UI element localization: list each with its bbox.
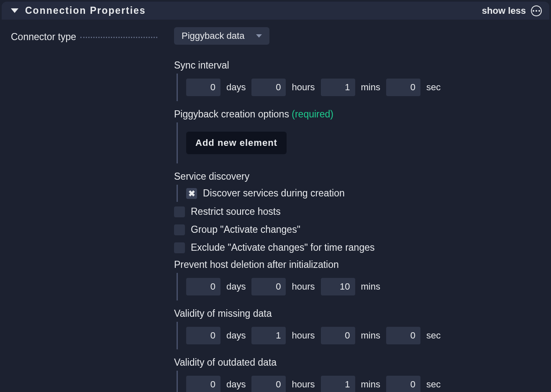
panel-header: Connection Properties show less [2,2,549,20]
sync-days-input[interactable] [186,79,220,96]
add-new-element-button[interactable]: Add new element [186,132,287,154]
connector-type-label: Connector type [11,31,76,43]
group-activate-label: Group "Activate changes" [191,224,300,235]
validity-outdated-label: Validity of outdated data [174,357,540,368]
sync-interval-label: Sync interval [174,60,540,71]
discover-label: Discover services during creation [203,188,345,199]
dots-filler [80,37,157,38]
unit-hours: hours [292,82,315,93]
restrict-source-hosts-checkbox[interactable] [174,206,185,217]
more-icon[interactable] [531,5,542,16]
prevent-deletion-block: days hours mins [177,273,540,300]
vo-hours-input[interactable] [251,376,286,392]
prevent-days-input[interactable] [186,278,220,295]
chevron-down-icon [256,34,262,38]
service-discovery-block: ✖ Discover services during creation [177,185,540,202]
sync-interval-block: days hours mins sec [177,74,540,101]
panel-title: Connection Properties [25,5,146,16]
unit-days: days [226,82,246,93]
field-label-row: Connector type [11,27,157,392]
vm-hours-input[interactable] [251,327,286,344]
vo-mins-input[interactable] [321,376,355,392]
discover-checkbox[interactable]: ✖ [186,188,197,199]
sync-sec-input[interactable] [386,79,420,96]
unit-mins: mins [361,82,380,93]
prevent-hours-input[interactable] [251,278,286,295]
restrict-source-hosts-label: Restrict source hosts [191,206,281,217]
collapse-icon[interactable] [11,8,18,13]
group-activate-checkbox[interactable] [174,224,185,235]
exclude-activate-label: Exclude "Activate changes" for time rang… [191,242,375,253]
connector-type-select[interactable]: Piggyback data [174,27,269,45]
sync-hours-input[interactable] [251,79,286,96]
validity-missing-block: days hours mins sec [177,322,540,349]
prevent-mins-input[interactable] [321,278,355,295]
prevent-deletion-label: Prevent host deletion after initializati… [174,259,540,270]
vm-mins-input[interactable] [321,327,355,344]
exclude-activate-checkbox[interactable] [174,242,185,253]
creation-options-block: Add new element [177,122,540,163]
sync-mins-input[interactable] [321,79,355,96]
vo-days-input[interactable] [186,376,220,392]
service-discovery-label: Service discovery [174,171,540,182]
validity-missing-label: Validity of missing data [174,308,540,319]
required-tag: (required) [292,109,333,120]
unit-sec: sec [426,82,441,93]
vm-sec-input[interactable] [386,327,420,344]
show-less-button[interactable]: show less [482,5,526,16]
vm-days-input[interactable] [186,327,220,344]
connector-type-value: Piggyback data [182,31,244,41]
validity-outdated-block: days hours mins sec [177,371,540,392]
creation-options-label: Piggyback creation options (required) [174,109,540,120]
vo-sec-input[interactable] [386,376,420,392]
x-icon: ✖ [188,189,195,198]
